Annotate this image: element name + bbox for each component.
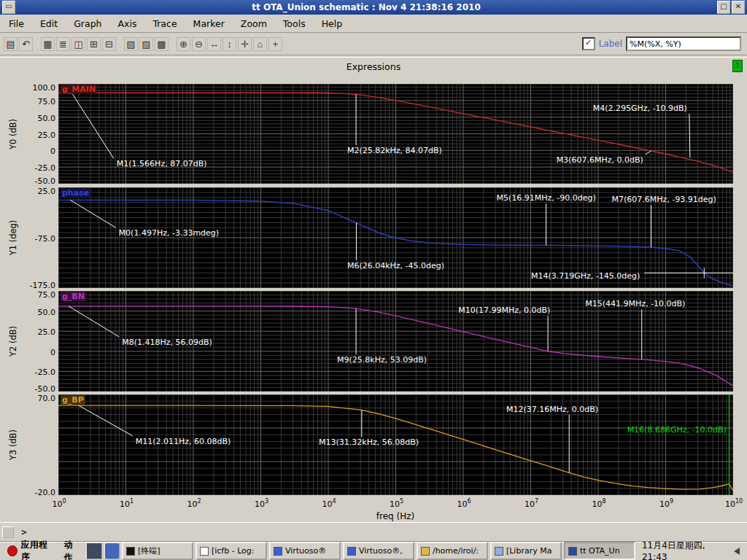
clock-area: 11月4日星期四, 21:43: [638, 540, 744, 560]
ytick-y3-70.0: 70.0: [20, 394, 55, 403]
ytick-y1--75.0: -75.0: [20, 234, 55, 244]
xtick-10e2: 102: [185, 498, 203, 509]
ytick-y0--25.0: -25.0: [20, 163, 55, 173]
svg-text:M7(607.6MHz, -93.91deg): M7(607.6MHz, -93.91deg): [612, 195, 716, 204]
y-axis-label-y1: Y1 (deg): [8, 210, 18, 265]
taskbar-window-document[interactable]: [icfb - Log:: [196, 542, 267, 560]
svg-text:M1(1.566Hz, 87.07dB): M1(1.566Hz, 87.07dB): [117, 159, 207, 168]
app-icon: [347, 547, 356, 556]
marker-M14: M14(3.719GHz, -145.0deg): [531, 268, 733, 280]
library-icon: [495, 547, 503, 556]
folder-icon: [421, 547, 430, 556]
ytick-y2--50.0: -50.0: [20, 384, 55, 394]
y-axis-label-y3: Y3 (dB): [8, 417, 18, 472]
marker-M0: M0(1.497Hz, -3.33mdeg): [70, 200, 219, 238]
svg-text:M5(16.91MHz, -90.0deg): M5(16.91MHz, -90.0deg): [496, 193, 595, 203]
xtick-10e5: 105: [388, 498, 406, 509]
y-axis-label-y0: Y0 (dB): [8, 106, 18, 162]
taskbar-window-app[interactable]: Virtuoso®,: [343, 542, 414, 560]
marker-M16: M16(8.686GHz, -10.0dB): [627, 394, 729, 495]
command-line[interactable]: >: [0, 522, 747, 541]
xtick-10e3: 103: [253, 498, 271, 509]
svg-text:M6(26.04kHz, -45.0deg): M6(26.04kHz, -45.0deg): [347, 261, 444, 271]
ytick-y2-50.0: 50.0: [20, 308, 55, 317]
ytick-y2-75.0: 75.0: [20, 290, 55, 300]
xtick-10e4: 104: [320, 498, 338, 509]
marker-M15: M15(441.9MHz, -10.0dB): [585, 299, 685, 359]
document-icon: [200, 547, 209, 556]
ytick-y0-25.0: 25.0: [20, 131, 55, 140]
plot-canvas-y0[interactable]: M1(1.566Hz, 87.07dB)M2(25.82kHz, 84.07dB…: [58, 84, 733, 184]
ytick-y0-50.0: 50.0: [20, 114, 55, 123]
launcher-screenshot-icon[interactable]: [86, 542, 101, 559]
terminal-icon: [126, 547, 135, 556]
xtick-10e1: 101: [118, 498, 136, 509]
taskbar-window-waveform[interactable]: tt OTA_Un: [564, 542, 635, 560]
marker-M10: M10(17.99MHz, 0.0dB): [458, 306, 550, 351]
ytick-y2-0: 0: [20, 348, 55, 357]
taskbar: 应用程序动作[终端][icfb - Log:Virtuoso®Virtuoso®…: [0, 541, 747, 560]
ytick-y2-25.0: 25.0: [20, 327, 55, 337]
svg-text:M9(25.8kHz, 53.09dB): M9(25.8kHz, 53.09dB): [337, 355, 427, 365]
clock-text: 11月4日星期四, 21:43: [642, 540, 724, 560]
app-icon: [274, 547, 282, 556]
plot-canvas-y3[interactable]: M11(2.011Hz, 60.08dB)M13(31.32kHz, 56.08…: [58, 394, 733, 495]
trace-label-phase[interactable]: phase: [61, 188, 90, 198]
taskbar-menu-actions[interactable]: 动作: [59, 543, 84, 559]
xtick-10e7: 107: [523, 498, 541, 509]
xtick-10e8: 108: [590, 498, 608, 509]
redhat-icon: [7, 545, 18, 556]
svg-text:M10(17.99MHz, 0.0dB): M10(17.99MHz, 0.0dB): [458, 306, 550, 315]
taskbar-menu-applications[interactable]: 应用程序: [3, 543, 57, 559]
marker-M8: M8(1.418Hz, 56.09dB): [69, 306, 212, 347]
bode-plot-y0: M1(1.566Hz, 87.07dB)M2(25.82kHz, 84.07dB…: [58, 84, 733, 184]
taskbar-window-app[interactable]: Virtuoso®: [269, 542, 341, 560]
svg-text:M8(1.418Hz, 56.09dB): M8(1.418Hz, 56.09dB): [122, 338, 212, 347]
plot-canvas-y2[interactable]: M8(1.418Hz, 56.09dB)M9(25.8kHz, 53.09dB)…: [58, 291, 733, 392]
xtick-10e0: 100: [50, 498, 68, 509]
graph-area: M1(1.566Hz, 87.07dB)M2(25.82kHz, 84.07dB…: [0, 0, 747, 560]
marker-M9: M9(25.8kHz, 53.09dB): [337, 308, 427, 365]
xtick-10e9: 109: [658, 498, 676, 509]
svg-text:M2(25.82kHz, 84.07dB): M2(25.82kHz, 84.07dB): [347, 146, 442, 155]
bode-plot-y1: M0(1.497Hz, -3.33mdeg)M6(26.04kHz, -45.0…: [58, 187, 733, 288]
taskbar-window-terminal[interactable]: [终端]: [122, 542, 193, 560]
xtick-10e6: 106: [455, 498, 473, 509]
taskbar-window-library[interactable]: [Library Ma: [490, 542, 562, 560]
launcher-email-icon[interactable]: [104, 542, 120, 559]
marker-M7: M7(607.6MHz, -93.91deg): [612, 195, 716, 247]
svg-text:M12(37.16MHz, 0.0dB): M12(37.16MHz, 0.0dB): [506, 405, 598, 414]
svg-text:M3(607.6MHz, 0.0dB): M3(607.6MHz, 0.0dB): [557, 155, 643, 165]
trace-label-g_BN[interactable]: g_BN: [61, 292, 86, 301]
ytick-y1-25.0: 25.0: [20, 187, 55, 196]
ytick-y0-100.0: 100.0: [20, 83, 55, 93]
svg-text:M11(2.011Hz, 60.08dB): M11(2.011Hz, 60.08dB): [136, 437, 231, 446]
marker-M11: M11(2.011Hz, 60.08dB): [79, 405, 231, 446]
ytick-y0-0: 0: [20, 147, 55, 156]
xtick-10e10: 1010: [725, 498, 743, 509]
svg-text:M16(8.686GHz, -10.0dB): M16(8.686GHz, -10.0dB): [627, 425, 727, 435]
ytick-y3--20.0: -20.0: [20, 488, 55, 497]
volume-icon[interactable]: [730, 548, 740, 555]
y-axis-label-y2: Y2 (dB): [8, 314, 18, 369]
trace-label-g_BP[interactable]: g_BP: [61, 395, 85, 405]
ytick-y1--175.0: -175.0: [20, 281, 55, 290]
x-axis-label: freq (Hz): [352, 511, 439, 521]
resize-grip-icon[interactable]: [2, 526, 14, 538]
marker-M3: M3(607.6MHz, 0.0dB): [557, 151, 651, 165]
svg-text:M13(31.32kHz, 56.08dB): M13(31.32kHz, 56.08dB): [319, 438, 419, 447]
svg-text:M0(1.497Hz, -3.33mdeg): M0(1.497Hz, -3.33mdeg): [119, 228, 220, 238]
ytick-y2--25.0: -25.0: [20, 368, 55, 377]
ytick-y0--50.0: -50.0: [20, 176, 55, 186]
svg-text:M15(441.9MHz, -10.0dB): M15(441.9MHz, -10.0dB): [585, 299, 685, 308]
bode-plot-y3: M11(2.011Hz, 60.08dB)M13(31.32kHz, 56.08…: [58, 394, 733, 495]
prompt-symbol: >: [21, 526, 27, 537]
trace-label-g_MAIN[interactable]: g_MAIN: [61, 85, 97, 94]
taskbar-window-folder[interactable]: /home/iroi/:: [417, 542, 488, 560]
plot-canvas-y1[interactable]: M0(1.497Hz, -3.33mdeg)M6(26.04kHz, -45.0…: [58, 187, 733, 288]
bode-plot-y2: M8(1.418Hz, 56.09dB)M9(25.8kHz, 53.09dB)…: [58, 291, 733, 392]
ytick-y0-75.0: 75.0: [20, 97, 55, 106]
waveform-icon: [568, 547, 577, 556]
svg-text:M4(2.295GHz, -10.9dB): M4(2.295GHz, -10.9dB): [593, 104, 687, 113]
svg-text:M14(3.719GHz, -145.0deg): M14(3.719GHz, -145.0deg): [531, 271, 640, 281]
